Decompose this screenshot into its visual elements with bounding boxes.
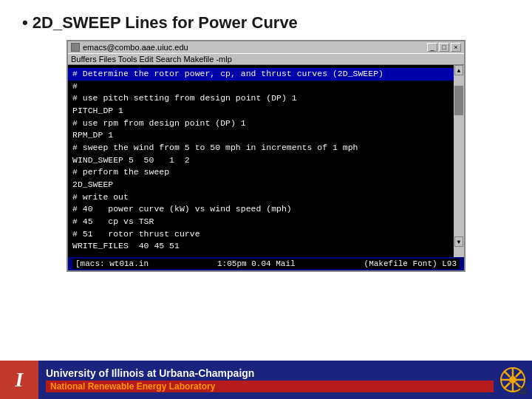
terminal-line-0: # Determine the rotor power, cp, and thr… [68,68,464,81]
terminal-line-4: # use rpm from design point (DP) 1 [72,117,460,130]
nrel-name: National Renewable Energy Laboratory [46,381,494,392]
terminal-controls[interactable]: _ □ × [427,43,461,52]
terminal-line-8: # perform the sweep [72,166,460,179]
bullet-text: • 2D_SWEEP Lines for Power Curve [22,13,298,32]
terminal-line-1: # [72,81,460,93]
terminal-line-12: # 45 cp vs TSR [72,216,460,228]
scroll-up-button[interactable]: ▲ [454,65,463,75]
terminal-line-6: # sweep the wind from 5 to 50 mph in inc… [72,142,460,154]
university-name: University of Illinois at Urbana-Champai… [46,367,494,379]
minimize-button[interactable]: _ [427,43,437,52]
terminal-menubar-text: Buffers Files Tools Edit Search Makefile… [71,55,232,64]
terminal-wrapper: emacs@combo.aae.uiuc.edu _ □ × Buffers F… [66,40,466,272]
svg-line-6 [504,371,510,377]
terminal-line-13: # 51 rotor thrust curve [72,228,460,241]
slide-number: 22 [517,385,528,396]
terminal-line-9: 2D_SWEEP [72,179,460,191]
slide: • 2D_SWEEP Lines for Power Curve emacs@c… [0,0,532,399]
statusbar-inner: [macs: wt01a.in 1:05pm 0.04 Mail (Makefi… [72,259,460,269]
terminal-line-2: # use pitch setting from design point (D… [72,92,460,105]
maximize-button[interactable]: □ [439,43,449,52]
terminal-line-5: RPM_DP 1 [72,129,460,142]
bullet-area: • 2D_SWEEP Lines for Power Curve [0,0,532,40]
terminal-body: # Determine the rotor power, cp, and thr… [68,65,464,257]
terminal-titlebar-left: emacs@combo.aae.uiuc.edu [71,43,188,52]
terminal-title-text: emacs@combo.aae.uiuc.edu [83,43,188,52]
close-button[interactable]: × [451,43,461,52]
terminal-line-10: # write out [72,191,460,204]
svg-line-8 [516,371,522,377]
logo-i: I [0,361,38,399]
statusbar-left: [macs: wt01a.in [75,259,149,268]
scroll-down-button[interactable]: ▼ [454,236,463,247]
terminal-line-11: # 40 power curve (kW) vs wind speed (mph… [72,203,460,216]
statusbar-middle: 1:05pm 0.04 Mail [217,259,296,268]
terminal-line-3: PITCH_DP 1 [72,105,460,117]
bottom-bar: I University of Illinois at Urbana-Champ… [0,361,532,399]
terminal-menubar[interactable]: Buffers Files Tools Edit Search Makefile… [68,53,464,65]
svg-line-9 [504,383,510,389]
terminal-scrollbar[interactable]: ▲ ▼ [454,65,464,257]
statusbar-right: (Makefile Font) L93 [364,259,457,268]
terminal-statusbar: [macs: wt01a.in 1:05pm 0.04 Mail (Makefi… [68,257,464,270]
bottom-info: University of Illinois at Urbana-Champai… [38,361,494,399]
terminal-line-7: WIND_SWEEP 5 50 1 2 [72,154,460,167]
terminal-app-icon [71,43,80,52]
terminal-titlebar: emacs@combo.aae.uiuc.edu _ □ × [68,41,464,53]
terminal-line-14: WRITE_FILES 40 45 51 [72,240,460,253]
scrollbar-thumb[interactable] [454,86,463,115]
svg-point-1 [509,376,516,383]
terminal-window: emacs@combo.aae.uiuc.edu _ □ × Buffers F… [66,40,466,272]
